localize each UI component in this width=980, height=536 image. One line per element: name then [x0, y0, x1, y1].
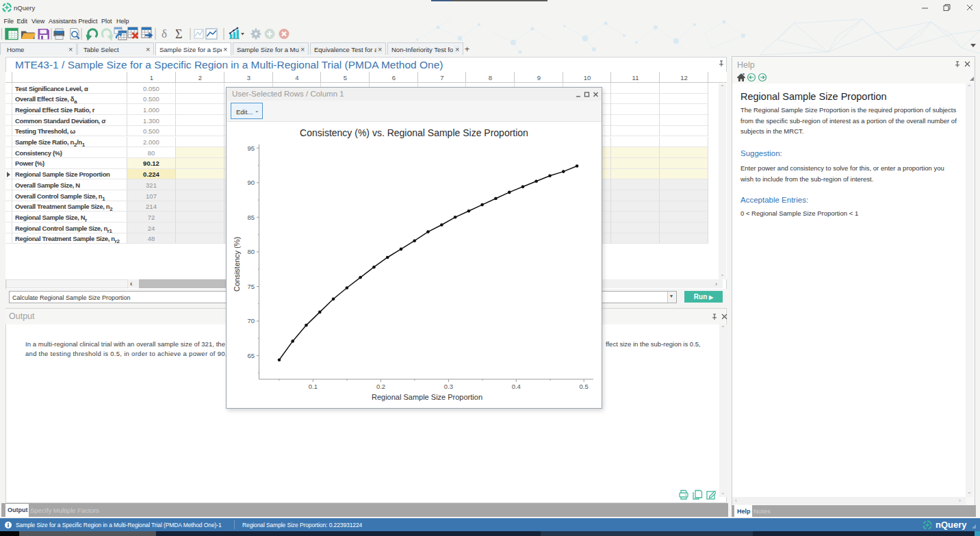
svg-text:0.1: 0.1: [309, 383, 318, 390]
svg-text:80: 80: [247, 248, 255, 255]
svg-text:70: 70: [247, 317, 255, 324]
svg-text:0.2: 0.2: [376, 383, 385, 390]
svg-text:95: 95: [247, 144, 255, 152]
svg-text:δ: δ: [162, 27, 167, 40]
svg-text:75: 75: [247, 283, 255, 290]
svg-text:Regional Sample Size Proportio: Regional Sample Size Proportion: [372, 393, 482, 401]
svg-text:0.5: 0.5: [580, 383, 589, 390]
svg-text:Consistency (%): Consistency (%): [233, 237, 241, 292]
svg-text:0.3: 0.3: [444, 383, 453, 390]
svg-text:Σ: Σ: [175, 27, 182, 41]
svg-text:65: 65: [247, 352, 255, 359]
svg-text:0.4: 0.4: [512, 383, 521, 390]
svg-text:90: 90: [247, 179, 255, 186]
svg-text:85: 85: [247, 214, 255, 221]
svg-text:Consistency (%) vs. Regional S: Consistency (%) vs. Regional Sample Size…: [300, 127, 528, 138]
